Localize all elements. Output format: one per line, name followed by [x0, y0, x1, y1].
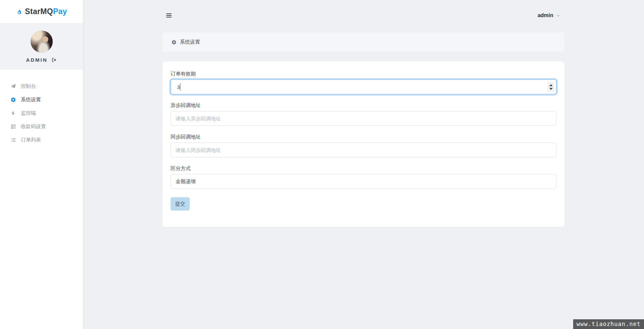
field-order-expiry: 订单有效期 [171, 71, 556, 94]
sync-callback-label: 同步回调地址 [171, 134, 556, 140]
async-callback-input[interactable] [171, 111, 556, 126]
sync-callback-input[interactable] [171, 143, 556, 157]
user-dropdown[interactable]: admin [538, 12, 560, 18]
spinner-down-icon[interactable] [549, 88, 553, 90]
field-distinguish-method: 区分方式 [171, 166, 556, 189]
user-panel: ADMIN [0, 23, 83, 70]
sidebar-item-qrcode-settings[interactable]: 收款码设置 [0, 120, 83, 133]
main-area: admin 系统设置 订单有效期 [83, 0, 644, 329]
list-icon [10, 137, 16, 143]
logo-text-dark: StarMQ [25, 7, 53, 16]
paper-plane-icon [10, 84, 16, 89]
text-caret [180, 84, 180, 90]
sidebar-item-order-list[interactable]: 订单列表 [0, 133, 83, 147]
settings-form-card: 订单有效期 异步回调地址 同步回调地址 [163, 61, 564, 227]
user-name: ADMIN [26, 57, 47, 63]
logo-text: StarMQPay [25, 7, 67, 16]
order-expiry-label: 订单有效期 [171, 71, 556, 76]
sidebar-item-label: 控制台 [21, 83, 36, 90]
submit-button[interactable]: 提交 [171, 197, 190, 211]
page-title: 系统设置 [180, 39, 200, 45]
sidebar-item-system-settings[interactable]: 系统设置 [0, 93, 83, 106]
gear-icon [171, 40, 177, 45]
qrcode-icon [10, 124, 16, 129]
topbar: admin [163, 0, 564, 31]
gear-icon [10, 97, 16, 103]
user-dropdown-label: admin [538, 12, 553, 18]
sidebar-item-label: 系统设置 [21, 97, 41, 103]
page-header-card: 系统设置 [163, 33, 564, 52]
flame-icon [16, 8, 22, 15]
sidebar-menu: 控制台 系统设置 监控端 收款码设置 订单列表 [0, 70, 83, 329]
sidebar-item-label: 监控端 [21, 110, 36, 116]
spinner-up-icon[interactable] [549, 84, 553, 86]
logout-button[interactable] [51, 57, 57, 63]
hamburger-icon[interactable] [166, 13, 172, 18]
distinguish-method-label: 区分方式 [171, 166, 556, 171]
avatar [31, 31, 53, 53]
field-async-callback: 异步回调地址 [171, 103, 556, 126]
chevron-down-icon [556, 13, 560, 18]
watermark: www.tiaozhuan.net [573, 319, 644, 329]
sidebar-item-dashboard[interactable]: 控制台 [0, 79, 83, 93]
sidebar: StarMQPay ADMIN 控制台 系统设置 [0, 0, 83, 329]
sign-out-icon [51, 57, 57, 63]
field-sync-callback: 同步回调地址 [171, 134, 556, 157]
app-logo: StarMQPay [0, 0, 83, 23]
sidebar-item-label: 收款码设置 [21, 123, 46, 130]
sidebar-item-label: 订单列表 [21, 137, 41, 143]
distinguish-method-input[interactable] [171, 174, 556, 189]
logo-text-accent: Pay [53, 7, 67, 16]
async-callback-label: 异步回调地址 [171, 103, 556, 108]
bolt-icon [10, 110, 16, 116]
sidebar-item-monitor[interactable]: 监控端 [0, 106, 83, 120]
number-spinner[interactable] [548, 82, 554, 92]
order-expiry-input[interactable] [171, 79, 556, 94]
